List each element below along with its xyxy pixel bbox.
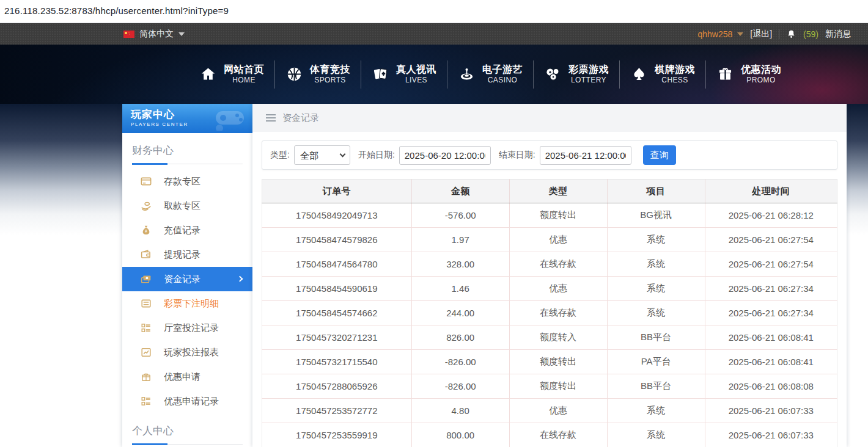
withdraw-hand-icon (141, 200, 152, 211)
cell-time: 2025-06-21 06:07:33 (705, 399, 837, 423)
lottery-list-icon (141, 298, 152, 309)
table-row: 17504572535727724.80优惠系统2025-06-21 06:07… (262, 399, 837, 423)
cell-time: 2025-06-21 06:08:41 (705, 350, 837, 374)
basketball-icon (285, 65, 303, 84)
sidebar-item-withdraw-record[interactable]: 提现记录 (122, 242, 252, 267)
nav-item-lottery[interactable]: 彩票游戏LOTTERY (533, 45, 619, 104)
sidebar-header: 玩家中心 PLAYERS CENTER (122, 104, 252, 133)
address-bar[interactable]: 216.118.235.52:8783/hhcp/usercenter.html… (0, 0, 868, 23)
cell-type: 在线存款 (509, 252, 607, 277)
cell-amount: 328.00 (411, 252, 509, 277)
language-label: 简体中文 (139, 29, 174, 40)
table-row: 17504584545906191.46优惠系统2025-06-21 06:27… (262, 277, 837, 301)
sidebar-item-lottery-bets[interactable]: 彩票下注明细 (122, 291, 252, 316)
cell-type: 额度转出 (509, 374, 607, 399)
cell-project: BB平台 (607, 374, 705, 399)
cell-order-no: 1750458474579826 (262, 228, 412, 252)
bell-icon[interactable] (786, 29, 796, 40)
nav-item-lives[interactable]: 真人视讯LIVES (361, 45, 447, 104)
sidebar-item-withdraw[interactable]: 取款专区 (122, 194, 252, 218)
lottery-balls-icon (543, 65, 562, 84)
search-button[interactable]: 查询 (643, 145, 676, 165)
sidebar-item-promo-record[interactable]: 优惠申请记录 (122, 389, 252, 413)
nav-item-sports[interactable]: 体育竞技SPORTS (274, 45, 361, 104)
cell-type: 优惠 (509, 399, 607, 423)
table-row: 17504584745798261.97优惠系统2025-06-21 06:27… (262, 228, 837, 252)
section-personal-label: 个人中心 (122, 413, 252, 438)
cell-amount: 1.46 (411, 277, 509, 301)
cell-type: 在线存款 (509, 301, 607, 325)
username[interactable]: qhhw258 (697, 29, 732, 39)
cell-order-no: 1750458492049713 (262, 203, 412, 228)
cell-project: 系统 (607, 228, 705, 252)
nav-item-chess[interactable]: 棋牌游戏CHESS (619, 45, 705, 104)
svg-text:¥: ¥ (145, 229, 147, 233)
cell-amount: 4.80 (411, 399, 509, 423)
cell-order-no: 1750458474564780 (262, 252, 412, 277)
list-check-icon (141, 322, 152, 333)
nav-item-promo[interactable]: 优惠活动PROMO (705, 45, 792, 104)
gamepad-icon (211, 106, 249, 131)
home-icon (199, 65, 217, 84)
cell-amount: 1.97 (411, 228, 509, 252)
message-count: (59) (803, 29, 818, 39)
cell-time: 2025-06-21 06:27:54 (705, 252, 837, 277)
sidebar-item-promo-apply[interactable]: 优惠申请 (122, 365, 252, 389)
menu-icon[interactable] (266, 114, 276, 122)
money-bag-icon: ¥ (141, 225, 152, 236)
cell-project: BB平台 (607, 325, 705, 350)
cell-project: 系统 (607, 423, 705, 447)
col-amount: 金额 (411, 180, 509, 203)
chevron-right-icon (237, 276, 243, 282)
sidebar-item-bet-report[interactable]: 玩家投注报表 (122, 340, 252, 365)
cell-type: 在线存款 (509, 423, 607, 447)
cell-amount: -576.00 (411, 203, 509, 228)
col-order-no: 订单号 (262, 180, 412, 203)
cell-order-no: 1750457321715540 (262, 350, 412, 374)
end-date-input[interactable] (540, 146, 631, 165)
start-date-input[interactable] (399, 146, 491, 165)
roulette-icon (457, 65, 476, 84)
funds-table: 订单号 金额 类型 项目 处理时间 1750458492049713-576.0… (262, 179, 837, 447)
section-finance-label: 财务中心 (122, 133, 252, 158)
nav-item-home[interactable]: 网站首页HOME (188, 45, 274, 104)
cell-project: 系统 (607, 301, 705, 325)
cell-project: PA平台 (607, 350, 705, 374)
start-date-label: 开始日期: (358, 150, 395, 161)
cell-amount: -826.00 (411, 350, 509, 374)
cell-time: 2025-06-21 06:27:54 (705, 228, 837, 252)
gift-small-icon (141, 371, 152, 382)
cell-amount: 244.00 (411, 301, 509, 325)
logout-link[interactable]: [退出] (750, 29, 772, 40)
cell-type: 优惠 (509, 228, 607, 252)
gift-icon (716, 65, 734, 84)
cell-time: 2025-06-21 06:27:34 (705, 277, 837, 301)
sidebar-item-funds-record[interactable]: 资金记录 (122, 267, 252, 291)
cell-project: BG视讯 (607, 203, 705, 228)
sidebar-item-room-bets[interactable]: 厅室投注记录 (122, 316, 252, 340)
cell-time: 2025-06-21 06:08:41 (705, 325, 837, 350)
cell-project: 系统 (607, 252, 705, 277)
table-row: 1750458474564780328.00在线存款系统2025-06-21 0… (262, 252, 837, 277)
language-selector[interactable]: 简体中文 (123, 29, 185, 40)
messages-link[interactable]: 新消息 (825, 29, 851, 40)
type-select[interactable]: 全部 (294, 145, 350, 165)
main-navigation: 网站首页HOME 体育竞技SPORTS 真人视讯LIVES 电子游艺CASINO… (0, 45, 868, 104)
nav-item-casino[interactable]: 电子游艺CASINO (447, 45, 533, 104)
cards-icon (371, 65, 389, 84)
breadcrumb-label: 资金记录 (282, 112, 319, 124)
type-label: 类型: (270, 150, 290, 161)
spade-icon (630, 65, 648, 84)
table-row: 1750458492049713-576.00额度转出BG视讯2025-06-2… (262, 203, 837, 228)
cell-amount: 826.00 (411, 325, 509, 350)
table-row: 1750457288065926-826.00额度转出BB平台2025-06-2… (262, 374, 837, 399)
wallet-icon (141, 249, 152, 260)
sidebar-item-recharge[interactable]: ¥ 充值记录 (122, 218, 252, 242)
cell-project: 系统 (607, 399, 705, 423)
cell-order-no: 1750457253572772 (262, 399, 412, 423)
sidebar-item-deposit[interactable]: 存款专区 (122, 169, 252, 194)
cell-order-no: 1750458454574662 (262, 301, 412, 325)
divider (779, 29, 779, 39)
breadcrumb: 资金记录 (252, 104, 847, 132)
cell-order-no: 1750457288065926 (262, 374, 412, 399)
